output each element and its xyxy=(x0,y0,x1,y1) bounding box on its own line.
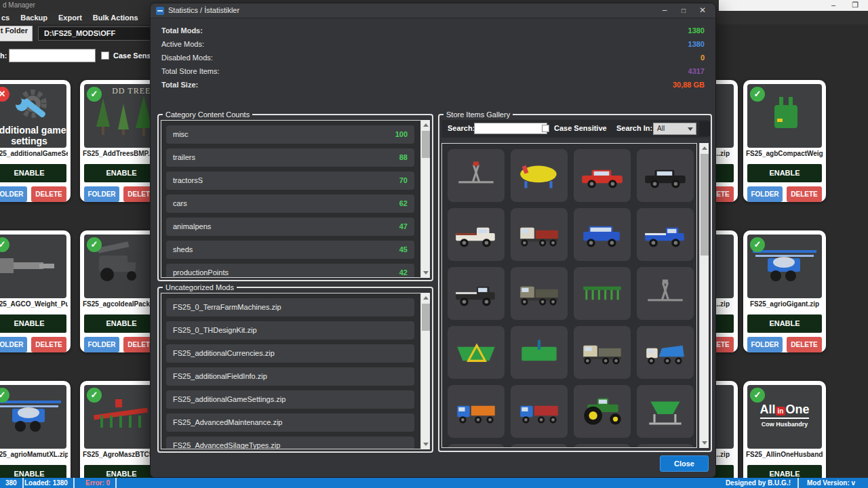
store-item-tile[interactable] xyxy=(511,267,568,320)
gallery-search-in-dropdown[interactable]: All xyxy=(653,123,696,135)
uncategorized-mod-row[interactable]: FS25_additionalFieldInfo.zip xyxy=(166,367,414,386)
store-item-tile[interactable] xyxy=(511,444,568,448)
category-count: 70 xyxy=(399,171,408,190)
gallery-scrollbar[interactable] xyxy=(699,143,709,448)
scroll-down-icon[interactable] xyxy=(423,271,429,274)
stat-label: Total Store Items: xyxy=(161,67,220,75)
store-item-tile[interactable] xyxy=(511,208,568,261)
uncategorized-mod-row[interactable]: FS25_additionalCurrencies.zip xyxy=(166,344,414,363)
status-designed-by: Designed by B.U.G.! xyxy=(726,478,799,488)
maximize-icon[interactable]: ❐ xyxy=(852,1,859,9)
folder-button[interactable]: FOLDER xyxy=(747,186,783,202)
delete-button[interactable]: DELETE xyxy=(787,337,822,352)
select-folder-button[interactable]: lect Folder xyxy=(0,26,33,41)
enable-button[interactable]: ENABLE xyxy=(0,164,66,182)
store-item-tile[interactable] xyxy=(448,149,505,202)
store-item-tile[interactable] xyxy=(574,149,631,202)
folder-path-value: D:\FS25_MODS\OFF xyxy=(44,29,115,37)
category-row[interactable]: sheds45 xyxy=(166,241,414,259)
enabled-check-icon: ✓ xyxy=(750,388,765,403)
enable-button[interactable]: ENABLE xyxy=(747,164,822,182)
category-name: misc xyxy=(173,130,189,138)
delete-button[interactable]: DELETE xyxy=(31,337,66,352)
category-row[interactable]: trailers88 xyxy=(166,148,414,167)
mod-card: ✓FS25_agrioGigant.zipENABLEFOLDERDELETE xyxy=(743,230,826,352)
enable-button[interactable]: ENABLE xyxy=(84,314,159,333)
enable-button[interactable]: ENABLE xyxy=(0,314,66,333)
store-item-tile[interactable] xyxy=(637,444,694,448)
scroll-up-icon[interactable] xyxy=(423,296,429,300)
stat-row: Total Store Items:4317 xyxy=(161,67,705,81)
enable-button[interactable]: ENABLE xyxy=(84,164,159,182)
gallery-search-input[interactable] xyxy=(474,123,547,134)
folder-button[interactable]: FOLDER xyxy=(84,186,119,202)
category-name: sheds xyxy=(173,245,193,253)
store-item-tile[interactable] xyxy=(637,149,694,202)
menu-item-bulk-actions[interactable]: Bulk Actions xyxy=(93,14,138,22)
store-item-tile[interactable] xyxy=(574,444,631,448)
category-row[interactable]: misc100 xyxy=(166,125,414,144)
menu-item-export[interactable]: Export xyxy=(58,14,82,22)
gallery-case-sensitive-checkbox[interactable] xyxy=(542,125,549,132)
store-item-image xyxy=(515,396,564,427)
uncategorized-scrollbar[interactable] xyxy=(420,293,430,449)
store-item-tile[interactable] xyxy=(637,326,694,379)
menu-item-cs[interactable]: cs xyxy=(1,14,9,22)
uncategorized-mod-row[interactable]: FS25_AdvancedMaintenance.zip xyxy=(166,413,414,432)
dialog-close-icon[interactable]: ✕ xyxy=(696,5,709,15)
store-item-tile[interactable] xyxy=(574,267,631,320)
store-item-tile[interactable] xyxy=(511,326,568,379)
store-item-tile[interactable] xyxy=(574,208,631,261)
uncategorized-mod-row[interactable]: FS25_0_TerraFarmMachines.zip xyxy=(166,298,414,317)
uncategorized-mod-row[interactable]: FS25_0_THDesignKit.zip xyxy=(166,321,414,340)
store-item-tile[interactable] xyxy=(574,385,631,438)
category-count: 62 xyxy=(399,195,408,213)
dialog-minimize-icon[interactable]: – xyxy=(658,5,671,15)
scrollbar-thumb[interactable] xyxy=(701,154,709,256)
store-item-tile[interactable] xyxy=(448,267,505,320)
store-item-tile[interactable] xyxy=(637,267,694,320)
folder-button[interactable]: FOLDER xyxy=(0,186,27,202)
enable-button[interactable]: ENABLE xyxy=(747,314,822,333)
delete-button[interactable]: DELETE xyxy=(787,186,822,202)
category-row[interactable]: productionPoints42 xyxy=(166,264,414,278)
folder-button[interactable]: FOLDER xyxy=(747,337,783,352)
scroll-down-icon[interactable] xyxy=(423,443,429,446)
category-count: 47 xyxy=(399,218,408,236)
store-item-tile[interactable] xyxy=(448,444,505,448)
case-sensitive-checkbox[interactable] xyxy=(101,52,109,60)
store-item-image xyxy=(578,160,627,191)
store-item-tile[interactable] xyxy=(637,385,694,438)
close-button[interactable]: Close xyxy=(660,455,709,472)
store-item-image xyxy=(452,160,500,191)
store-item-tile[interactable] xyxy=(637,208,694,261)
minimize-icon[interactable]: – xyxy=(831,1,835,9)
dialog-maximize-icon[interactable]: □ xyxy=(677,7,690,14)
delete-button[interactable]: DELETE xyxy=(31,186,66,202)
menu-item-backup[interactable]: Backup xyxy=(20,14,47,22)
store-item-tile[interactable] xyxy=(511,385,568,438)
category-scrollbar[interactable] xyxy=(420,120,430,278)
category-row[interactable]: animalpens47 xyxy=(166,218,414,236)
scroll-up-icon[interactable] xyxy=(702,146,707,150)
uncategorized-mod-row[interactable]: FS25_AdvancedSilageTypes.zip xyxy=(166,436,414,449)
scrollbar-thumb[interactable] xyxy=(422,131,430,158)
stat-label: Active Mods: xyxy=(161,40,204,48)
stat-row: Total Mods:1380 xyxy=(161,26,705,40)
stat-label: Total Mods: xyxy=(161,26,203,35)
folder-button[interactable]: FOLDER xyxy=(84,337,119,352)
enabled-check-icon: ✓ xyxy=(750,237,765,252)
scroll-up-icon[interactable] xyxy=(423,123,429,127)
scroll-down-icon[interactable] xyxy=(702,441,707,445)
category-row[interactable]: tractorsS70 xyxy=(166,171,414,190)
folder-button[interactable]: FOLDER xyxy=(0,337,27,352)
store-item-tile[interactable] xyxy=(511,149,568,202)
store-item-tile[interactable] xyxy=(574,326,631,379)
search-input[interactable] xyxy=(9,49,96,62)
scrollbar-thumb[interactable] xyxy=(422,304,430,331)
store-item-tile[interactable] xyxy=(448,208,505,261)
store-item-tile[interactable] xyxy=(448,326,505,379)
uncategorized-mod-row[interactable]: FS25_additionalGameSettings.zip xyxy=(166,390,414,409)
store-item-tile[interactable] xyxy=(448,385,505,438)
category-row[interactable]: cars62 xyxy=(166,195,414,213)
